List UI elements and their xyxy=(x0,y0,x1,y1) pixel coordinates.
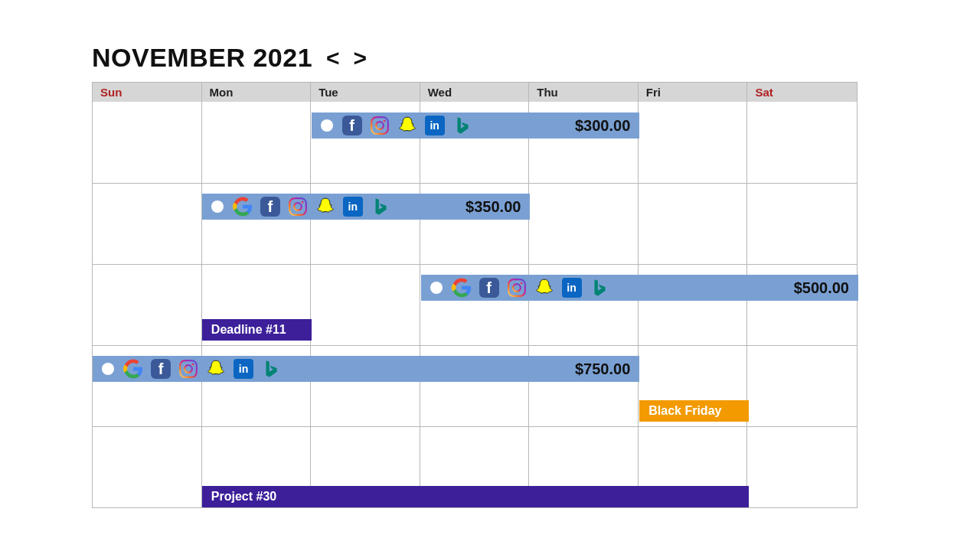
prev-month-button[interactable]: < xyxy=(326,47,340,70)
month-title: NOVEMBER 2021 xyxy=(92,43,312,73)
facebook-icon: f xyxy=(260,197,280,217)
calendar-body: fin $300.00 fin $350.00 fin $500.00 Dead… xyxy=(93,102,857,507)
svg-point-2 xyxy=(383,119,385,122)
svg-rect-0 xyxy=(371,117,388,134)
budget-amount: $750.00 xyxy=(575,360,630,378)
black-friday-event[interactable]: Black Friday xyxy=(639,400,749,422)
google-icon xyxy=(123,359,143,379)
svg-rect-9 xyxy=(180,360,197,377)
google-icon xyxy=(233,197,253,217)
linkedin-icon: in xyxy=(425,116,445,135)
svg-point-4 xyxy=(294,203,302,210)
bing-icon xyxy=(371,197,390,217)
day-cell[interactable] xyxy=(93,427,202,507)
day-cell[interactable] xyxy=(202,102,312,183)
budget-event[interactable]: fin $300.00 xyxy=(312,112,640,139)
status-dot-icon xyxy=(211,201,224,213)
weekday-fri: Fri xyxy=(639,83,748,102)
facebook-icon: f xyxy=(479,278,499,298)
month-nav: < > xyxy=(326,47,367,70)
svg-point-11 xyxy=(191,363,194,365)
day-cell[interactable] xyxy=(93,265,202,345)
budget-event[interactable]: fin $750.00 xyxy=(93,356,639,382)
day-cell[interactable] xyxy=(311,265,420,345)
status-dot-icon xyxy=(102,363,114,375)
channel-icons: fin xyxy=(342,116,472,135)
svg-point-8 xyxy=(520,282,522,284)
svg-rect-6 xyxy=(508,279,525,296)
channel-icons: fin xyxy=(452,278,609,298)
google-icon xyxy=(452,278,472,298)
day-cell[interactable] xyxy=(93,184,202,264)
channel-icons: fin xyxy=(123,359,281,379)
budget-amount: $350.00 xyxy=(466,198,521,216)
facebook-icon: f xyxy=(151,359,171,379)
snapchat-icon xyxy=(397,116,417,135)
instagram-icon xyxy=(178,359,198,379)
linkedin-icon: in xyxy=(234,359,253,379)
status-dot-icon xyxy=(430,282,443,294)
day-cell[interactable] xyxy=(747,184,857,264)
weekday-tue: Tue xyxy=(311,83,420,102)
bing-icon xyxy=(590,278,609,298)
bing-icon xyxy=(261,359,281,379)
calendar-header: NOVEMBER 2021 < > xyxy=(92,43,888,73)
instagram-icon xyxy=(507,278,527,298)
linkedin-icon: in xyxy=(343,197,363,217)
facebook-icon: f xyxy=(342,116,362,135)
day-cell[interactable] xyxy=(639,184,748,264)
project-event[interactable]: Project #30 xyxy=(202,486,749,507)
budget-amount: $300.00 xyxy=(575,117,630,135)
day-cell[interactable] xyxy=(747,102,857,183)
budget-event[interactable]: fin $500.00 xyxy=(421,275,858,301)
bing-icon xyxy=(452,116,472,135)
svg-point-5 xyxy=(301,201,303,203)
snapchat-icon xyxy=(206,359,226,379)
day-cell[interactable] xyxy=(747,427,857,507)
channel-icons: fin xyxy=(233,197,390,217)
instagram-icon xyxy=(370,116,390,135)
budget-event[interactable]: fin $350.00 xyxy=(202,194,531,220)
weekday-thu: Thu xyxy=(529,83,639,102)
day-cell[interactable] xyxy=(529,184,639,264)
day-cell[interactable] xyxy=(639,102,748,183)
budget-amount: $500.00 xyxy=(794,279,849,297)
weekday-sat: Sat xyxy=(747,83,857,102)
snapchat-icon xyxy=(534,278,554,298)
svg-point-10 xyxy=(185,365,192,373)
snapchat-icon xyxy=(315,197,335,217)
weekday-header: Sun Mon Tue Wed Thu Fri Sat xyxy=(93,83,857,102)
next-month-button[interactable]: > xyxy=(354,47,368,70)
deadline-event[interactable]: Deadline #11 xyxy=(202,319,312,341)
instagram-icon xyxy=(288,197,308,217)
status-dot-icon xyxy=(321,119,333,132)
day-cell[interactable] xyxy=(747,346,857,426)
svg-point-7 xyxy=(513,284,521,292)
calendar-grid: Sun Mon Tue Wed Thu Fri Sat xyxy=(92,82,858,508)
linkedin-icon: in xyxy=(562,278,582,298)
svg-rect-3 xyxy=(289,198,306,215)
weekday-wed: Wed xyxy=(420,83,530,102)
weekday-mon: Mon xyxy=(202,83,312,102)
day-cell[interactable] xyxy=(93,102,202,183)
svg-point-1 xyxy=(376,122,384,129)
weekday-sun: Sun xyxy=(93,83,202,102)
